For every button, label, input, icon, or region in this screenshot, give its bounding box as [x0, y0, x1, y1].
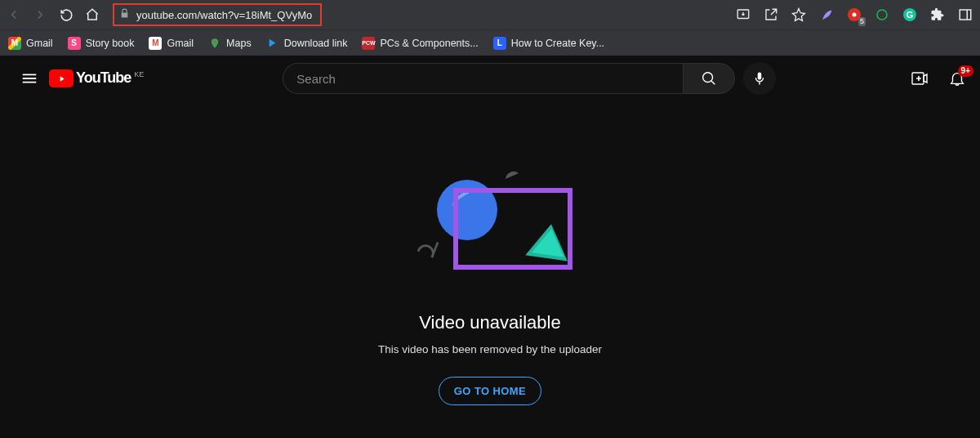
sidepanel-icon[interactable] — [957, 7, 973, 23]
pcw-icon: PCW — [362, 37, 375, 50]
extension-red-icon[interactable]: 5 — [846, 7, 862, 23]
bookmark-label: Maps — [226, 38, 252, 49]
extension-count-badge: 5 — [858, 17, 866, 26]
error-title: Video unavailable — [419, 312, 560, 333]
error-page: Video unavailable This video has been re… — [0, 101, 980, 405]
search-container: Search — [283, 62, 776, 95]
bookmark-star-icon[interactable] — [791, 7, 807, 23]
share-icon[interactable] — [763, 7, 779, 23]
notifications-badge: 9+ — [958, 65, 973, 77]
svg-point-6 — [703, 73, 713, 83]
svg-line-7 — [711, 81, 715, 84]
bookmark-gmail-2[interactable]: M Gmail — [149, 37, 194, 50]
menu-button[interactable] — [13, 62, 46, 95]
svg-point-1 — [853, 13, 857, 17]
search-button[interactable] — [683, 63, 735, 94]
extension-feather-icon[interactable] — [818, 7, 835, 23]
gmail-icon: M — [149, 37, 162, 50]
youtube-header-actions: 9+ — [910, 69, 967, 88]
youtube-play-icon — [49, 69, 74, 87]
bookmark-label: PCs & Components... — [380, 38, 478, 49]
bookmark-label: Gmail — [26, 38, 53, 49]
home-button[interactable] — [85, 7, 100, 22]
reload-button[interactable] — [59, 7, 74, 22]
search-input[interactable]: Search — [283, 63, 683, 94]
youtube-country-code: KE — [134, 70, 144, 78]
create-button[interactable] — [910, 69, 929, 88]
browser-toolbar: youtube.com/watch?v=18iMt_QVyMo 5 G — [0, 0, 980, 29]
bookmark-label: Download link — [284, 38, 348, 49]
lock-icon — [119, 8, 130, 21]
svg-rect-8 — [760, 83, 761, 85]
letter-l-icon: L — [493, 37, 506, 50]
maps-pin-icon — [208, 37, 221, 50]
install-app-icon[interactable] — [735, 7, 751, 23]
forward-button[interactable] — [33, 7, 47, 22]
extensions-puzzle-icon[interactable] — [929, 7, 946, 23]
bookmark-maps[interactable]: Maps — [208, 37, 252, 50]
unavailable-illustration — [404, 165, 576, 288]
back-button[interactable] — [7, 7, 21, 22]
url-bar[interactable]: youtube.com/watch?v=18iMt_QVyMo — [113, 3, 322, 26]
notifications-button[interactable]: 9+ — [947, 69, 967, 88]
svg-rect-3 — [960, 10, 971, 20]
voice-search-button[interactable] — [743, 62, 776, 95]
bookmark-gmail[interactable]: M Gmail — [8, 37, 53, 50]
extension-green-circle-icon[interactable] — [874, 7, 890, 23]
play-triangle-icon — [266, 37, 279, 50]
url-text: youtube.com/watch?v=18iMt_QVyMo — [136, 9, 312, 21]
youtube-header: YouTube KE Search 9+ — [0, 56, 980, 101]
bookmark-howto[interactable]: L How to Create Key... — [493, 37, 604, 50]
bookmark-pcw[interactable]: PCW PCs & Components... — [362, 37, 478, 50]
youtube-logo-text: YouTube — [76, 69, 131, 87]
bookmark-label: Gmail — [167, 38, 194, 49]
bookmark-storybook[interactable]: S Story book — [68, 37, 135, 50]
bookmark-download[interactable]: Download link — [266, 37, 348, 50]
svg-point-5 — [214, 40, 216, 42]
svg-point-2 — [877, 10, 887, 20]
storybook-icon: S — [68, 37, 81, 50]
bookmark-label: Story book — [86, 38, 135, 49]
extension-grammarly-icon[interactable]: G — [902, 7, 918, 23]
bookmarks-bar: M Gmail S Story book M Gmail Maps Downlo… — [0, 29, 980, 56]
browser-actions: 5 G — [735, 7, 973, 23]
search-placeholder: Search — [296, 72, 336, 86]
go-home-button[interactable]: GO TO HOME — [439, 377, 541, 405]
youtube-logo[interactable]: YouTube KE — [49, 69, 144, 87]
bookmark-label: How to Create Key... — [511, 38, 604, 49]
gmail-icon: M — [8, 37, 21, 50]
error-subtitle: This video has been removed by the uploa… — [378, 343, 602, 355]
